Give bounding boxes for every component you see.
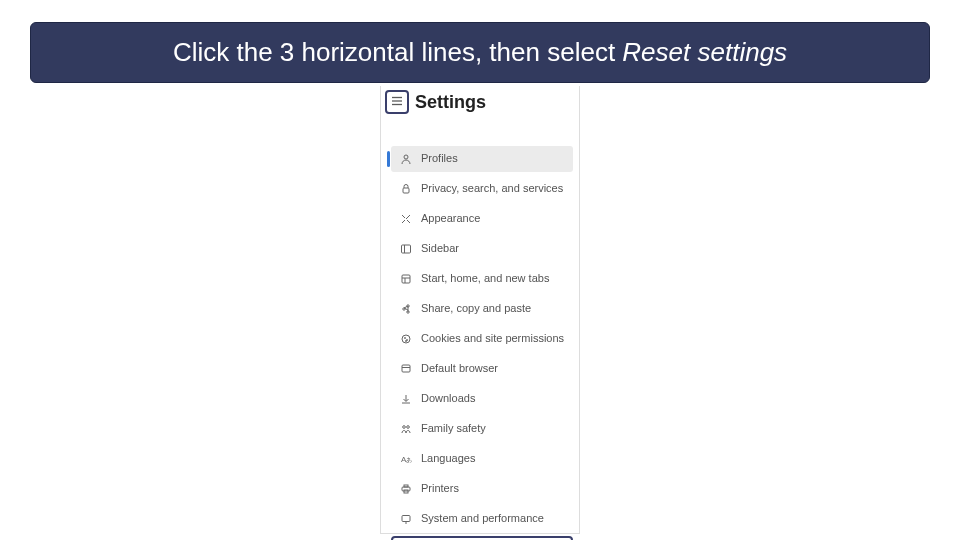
family-icon (399, 422, 413, 436)
instruction-banner: Click the 3 horizontal lines, then selec… (30, 22, 930, 83)
privacy-icon (399, 182, 413, 196)
menu-label: Printers (421, 482, 565, 496)
profiles-icon (399, 152, 413, 166)
menu-item-cookies[interactable]: Cookies and site permissions (391, 326, 573, 352)
svg-rect-4 (403, 188, 409, 193)
appearance-icon (399, 212, 413, 226)
menu-item-sidebar[interactable]: Sidebar (391, 236, 573, 262)
instruction-text: Click the 3 horizontal lines, then selec… (173, 37, 622, 67)
menu-label: Cookies and site permissions (421, 332, 565, 346)
start-icon (399, 272, 413, 286)
downloads-icon (399, 392, 413, 406)
menu-item-family[interactable]: Family safety (391, 416, 573, 442)
menu-label: System and performance (421, 512, 565, 526)
svg-rect-17 (402, 365, 410, 372)
menu-item-appearance[interactable]: Appearance (391, 206, 573, 232)
svg-point-11 (403, 308, 405, 310)
svg-point-3 (404, 155, 408, 159)
default-browser-icon (399, 362, 413, 376)
menu-item-profiles[interactable]: Profiles (391, 146, 573, 172)
menu-item-default-browser[interactable]: Default browser (391, 356, 573, 382)
menu-item-downloads[interactable]: Downloads (391, 386, 573, 412)
instruction-emphasis: Reset settings (622, 37, 787, 67)
menu-item-languages[interactable]: Aあ Languages (391, 446, 573, 472)
menu-item-printers[interactable]: Printers (391, 476, 573, 502)
hamburger-button[interactable] (385, 90, 409, 114)
svg-rect-7 (402, 275, 410, 283)
settings-menu: Profiles Privacy, search, and services A… (381, 146, 579, 540)
svg-point-14 (405, 338, 406, 339)
svg-rect-24 (404, 485, 408, 487)
menu-label: Default browser (421, 362, 565, 376)
menu-item-reset[interactable]: Reset settings (391, 536, 573, 540)
menu-label: Appearance (421, 212, 565, 226)
svg-rect-5 (402, 245, 411, 253)
svg-point-16 (406, 341, 407, 342)
svg-point-20 (407, 426, 410, 429)
settings-title: Settings (415, 92, 486, 113)
menu-label: Sidebar (421, 242, 565, 256)
cookies-icon (399, 332, 413, 346)
svg-point-19 (403, 426, 406, 429)
hamburger-icon (391, 93, 403, 111)
menu-item-privacy[interactable]: Privacy, search, and services (391, 176, 573, 202)
system-icon (399, 512, 413, 526)
menu-label: Family safety (421, 422, 565, 436)
menu-label: Privacy, search, and services (421, 182, 565, 196)
svg-rect-26 (402, 516, 410, 522)
settings-header: Settings (381, 86, 579, 124)
share-icon (399, 302, 413, 316)
menu-label: Languages (421, 452, 565, 466)
settings-panel: Settings Profiles Privacy, search, and s… (380, 86, 580, 534)
svg-text:あ: あ (406, 457, 412, 464)
menu-item-share[interactable]: Share, copy and paste (391, 296, 573, 322)
menu-label: Downloads (421, 392, 565, 406)
menu-label: Share, copy and paste (421, 302, 565, 316)
sidebar-icon (399, 242, 413, 256)
menu-item-start[interactable]: Start, home, and new tabs (391, 266, 573, 292)
printers-icon (399, 482, 413, 496)
menu-item-system[interactable]: System and performance (391, 506, 573, 532)
languages-icon: Aあ (399, 452, 413, 466)
menu-label: Profiles (421, 152, 565, 166)
menu-label: Start, home, and new tabs (421, 272, 565, 286)
